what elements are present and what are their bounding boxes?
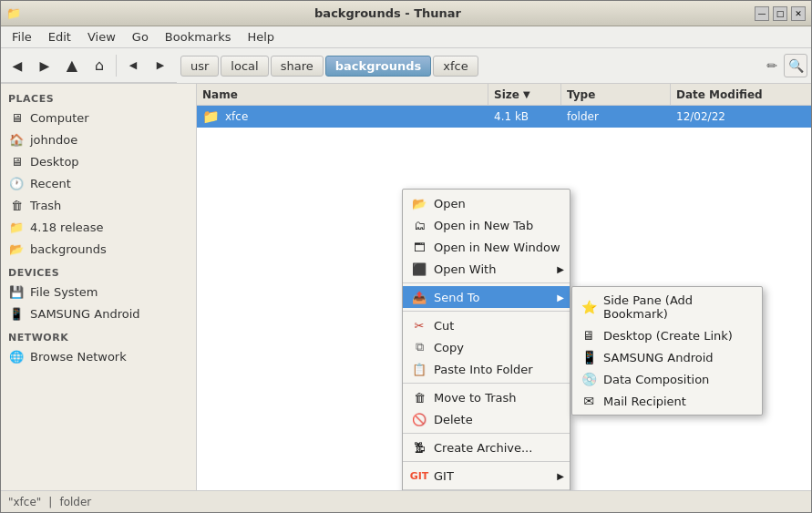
status-filename: "xfce" <box>8 496 41 508</box>
sidebar-backgrounds-label: backgrounds <box>30 242 107 256</box>
sendto-submenu: ⭐ Side Pane (Add Bookmark) 🖥 Desktop (Cr… <box>571 286 763 416</box>
ctx-sep-4 <box>403 433 570 434</box>
menu-go[interactable]: Go <box>125 28 156 46</box>
up-button[interactable]: ▲ <box>59 53 85 78</box>
breadcrumb: usr local share backgrounds xfce ✏ 🔍 <box>177 48 811 83</box>
home-button[interactable]: ⌂ <box>87 53 112 78</box>
ctx-sep-2 <box>403 311 570 312</box>
cell-size: 4.1 kB <box>488 106 561 128</box>
sidebar-item-backgrounds[interactable]: 📂 backgrounds <box>1 238 196 260</box>
forward-button[interactable]: ▶ <box>32 53 57 78</box>
folder-row-icon: 📁 <box>202 108 220 125</box>
sidebar-home-label: johndoe <box>30 133 77 147</box>
back-button[interactable]: ◀ <box>5 53 30 78</box>
ctx-create-archive[interactable]: 🗜 Create Archive... <box>403 436 570 458</box>
menu-edit[interactable]: Edit <box>41 28 78 46</box>
ctx-sep-3 <box>403 383 570 384</box>
network-section: Network 🌐 Browse Network <box>1 328 196 367</box>
toolbar-area: ◀ ▶ ▲ ⌂ ◀ ▶ usr local share backgrounds … <box>1 48 811 84</box>
ctx-send-to[interactable]: 📤 Send To ⭐ Side Pane (Add Bookmark) 🖥 D… <box>403 286 570 308</box>
minimize-button[interactable]: — <box>755 6 769 21</box>
col-name[interactable]: Name <box>197 84 488 105</box>
col-date[interactable]: Date Modified <box>671 84 811 105</box>
ctx-copy[interactable]: ⧉ Copy <box>403 336 570 358</box>
table-row[interactable]: 📁 xfce 4.1 kB folder 12/02/22 <box>197 106 811 128</box>
file-list-header: Name Size ▼ Type Date Modified <box>197 84 811 106</box>
sendto-desktop[interactable]: 🖥 Desktop (Create Link) <box>572 324 762 346</box>
sidebar-filesystem-label: File System <box>30 285 98 299</box>
prev-history-button[interactable]: ◀ <box>120 53 146 78</box>
ctx-cut[interactable]: ✂ Cut <box>403 314 570 336</box>
sidebar-desktop-label: Desktop <box>30 155 79 169</box>
ctx-git[interactable]: GIT GIT <box>403 465 570 487</box>
sidebar-computer-label: Computer <box>30 111 89 125</box>
folder-backgrounds-icon: 📂 <box>8 241 25 257</box>
next-history-button[interactable]: ▶ <box>148 53 173 78</box>
menu-file[interactable]: File <box>5 28 39 46</box>
copy-icon: ⧉ <box>412 340 427 354</box>
android-icon: 📱 <box>581 350 596 364</box>
breadcrumb-backgrounds[interactable]: backgrounds <box>325 56 432 77</box>
open-with-icon: ⬛ <box>412 262 427 276</box>
sidebar-item-desktop[interactable]: 🖥 Desktop <box>1 150 196 172</box>
menu-help[interactable]: Help <box>240 28 282 46</box>
sidebar: Places 🖥 Computer 🏠 johndoe 🖥 Desktop 🕐 … <box>1 84 197 490</box>
desktop-icon: 🖥 <box>8 153 25 169</box>
places-section: Places 🖥 Computer 🏠 johndoe 🖥 Desktop 🕐 … <box>1 89 196 260</box>
sendto-sidepane[interactable]: ⭐ Side Pane (Add Bookmark) <box>572 290 762 324</box>
ctx-open-with[interactable]: ⬛ Open With <box>403 258 570 280</box>
home-icon: 🏠 <box>8 131 25 148</box>
sidebar-item-418release[interactable]: 📁 4.18 release <box>1 216 196 238</box>
close-button[interactable]: ✕ <box>791 6 806 21</box>
breadcrumb-local[interactable]: local <box>221 56 268 77</box>
ctx-open-new-window[interactable]: 🗔 Open in New Window <box>403 236 570 258</box>
col-size[interactable]: Size ▼ <box>488 84 561 105</box>
app-icon: 📁 <box>6 6 21 21</box>
toolbar-separator-1 <box>116 55 117 77</box>
cut-icon: ✂ <box>412 318 427 333</box>
sendto-data-composition[interactable]: 💿 Data Composition <box>572 368 762 390</box>
paste-icon: 📋 <box>412 362 427 376</box>
breadcrumb-usr[interactable]: usr <box>180 56 219 77</box>
bookmark-icon: ⭐ <box>581 300 596 314</box>
folder-418-icon: 📁 <box>8 219 25 235</box>
sidebar-item-home[interactable]: 🏠 johndoe <box>1 128 196 150</box>
ctx-delete[interactable]: 🚫 Delete <box>403 408 570 430</box>
breadcrumb-share[interactable]: share <box>271 56 324 77</box>
path-edit-button[interactable]: ✏ <box>760 54 784 77</box>
search-button[interactable]: 🔍 <box>784 54 807 77</box>
col-type[interactable]: Type <box>561 84 671 105</box>
menu-bookmarks[interactable]: Bookmarks <box>158 28 239 46</box>
ctx-open-new-tab[interactable]: 🗂 Open in New Tab <box>403 214 570 236</box>
ctx-move-to-trash[interactable]: 🗑 Move to Trash <box>403 386 570 408</box>
sidebar-item-browse-network[interactable]: 🌐 Browse Network <box>1 345 196 367</box>
sidebar-item-filesystem[interactable]: 💾 File System <box>1 281 196 303</box>
cell-type: folder <box>561 106 671 128</box>
sidebar-item-computer[interactable]: 🖥 Computer <box>1 107 196 128</box>
cell-name: 📁 xfce <box>197 106 488 128</box>
samsung-icon: 📱 <box>8 305 25 322</box>
menu-view[interactable]: View <box>80 28 123 46</box>
status-separator: | <box>48 496 52 508</box>
sidebar-item-samsung[interactable]: 📱 SAMSUNG Android <box>1 303 196 324</box>
toolbar: ◀ ▶ ▲ ⌂ ◀ ▶ <box>1 48 177 83</box>
main-area: Places 🖥 Computer 🏠 johndoe 🖥 Desktop 🕐 … <box>1 84 811 490</box>
statusbar: "xfce" | folder <box>1 490 811 512</box>
sidebar-418release-label: 4.18 release <box>30 221 103 234</box>
breadcrumb-xfce[interactable]: xfce <box>433 56 478 77</box>
filesystem-icon: 💾 <box>8 283 25 300</box>
main-window: 📁 backgrounds - Thunar — □ ✕ File Edit V… <box>0 0 812 513</box>
maximize-button[interactable]: □ <box>773 6 787 21</box>
ctx-open[interactable]: 📂 Open <box>403 192 570 214</box>
titlebar-left: 📁 <box>6 6 21 21</box>
archive-icon: 🗜 <box>412 440 427 455</box>
ctx-paste-into[interactable]: 📋 Paste Into Folder <box>403 358 570 380</box>
delete-icon: 🚫 <box>412 412 427 426</box>
sendto-samsung[interactable]: 📱 SAMSUNG Android <box>572 346 762 368</box>
sidebar-item-recent[interactable]: 🕐 Recent <box>1 172 196 194</box>
git-icon: GIT <box>412 468 427 483</box>
file-area: Name Size ▼ Type Date Modified 📁 xfce <box>197 84 811 490</box>
sidebar-recent-label: Recent <box>30 177 71 190</box>
sendto-mail[interactable]: ✉ Mail Recipient <box>572 390 762 412</box>
sidebar-item-trash[interactable]: 🗑 Trash <box>1 194 196 216</box>
